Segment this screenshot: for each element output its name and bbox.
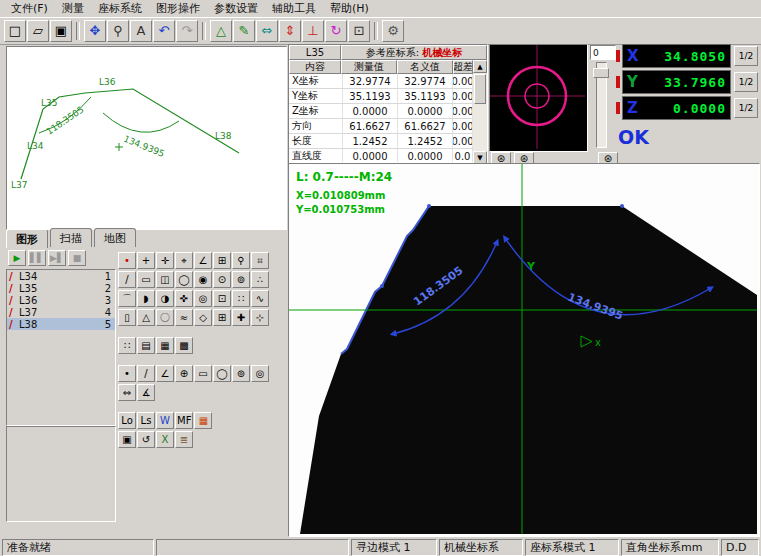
cylinder-tool-icon[interactable]: ▯	[118, 309, 136, 326]
print-report-icon[interactable]: ≣	[175, 431, 193, 448]
excel-export-icon[interactable]: X	[156, 431, 174, 448]
stop-button[interactable]: ■	[68, 250, 86, 266]
center-circle-tool-icon[interactable]: ⊙	[213, 271, 231, 288]
construct-line-icon[interactable]: /	[137, 365, 155, 382]
circle3-tool-icon[interactable]: ◉	[194, 271, 212, 288]
tab-map[interactable]: 地图	[94, 228, 136, 247]
toolbar-height-icon[interactable]: ⊥	[302, 20, 324, 42]
slot2-tool-icon[interactable]: ◇	[194, 309, 212, 326]
table-row[interactable]: 直线度0.00000.00000.0	[289, 149, 473, 162]
toolbar-pan-icon[interactable]: ✥	[84, 20, 106, 42]
toolbar-v-distance-icon[interactable]: ⇕	[279, 20, 301, 42]
menu-item-aux-tools[interactable]: 辅助工具	[265, 0, 323, 17]
construct-circle-icon[interactable]: ⊕	[175, 365, 193, 382]
run-button[interactable]: ▶	[8, 250, 26, 266]
menu-item-file[interactable]: 文件(F)	[4, 0, 55, 17]
line-tool-icon[interactable]: /	[118, 271, 136, 288]
step-button[interactable]: ▶▌	[48, 250, 66, 266]
table-row[interactable]: Y坐标35.119335.11930.00	[289, 89, 473, 104]
mf-button-icon[interactable]: MF	[175, 412, 193, 429]
measurement-view[interactable]: Y x 118.3505 134.9395 L: 0.7-----M:24 X=…	[288, 163, 760, 537]
circle-tool-icon[interactable]: ◯	[175, 271, 193, 288]
feature-row-L34[interactable]: /L341	[7, 270, 115, 282]
point-tool-icon[interactable]: •	[118, 252, 136, 269]
table-row[interactable]: 方向61.662761.66270.00	[289, 119, 473, 134]
zoom-tool-icon[interactable]: ⚲	[232, 252, 250, 269]
word-export-icon[interactable]: W	[156, 412, 174, 429]
axis-half-button[interactable]: 1/2	[734, 98, 758, 118]
angle-measure-tool-icon[interactable]: ∡	[137, 384, 155, 401]
tab-graphics[interactable]: 图形	[6, 229, 48, 248]
table-row[interactable]: 长度1.24521.24520.00	[289, 134, 473, 149]
ring-tool-icon[interactable]: ◎	[194, 290, 212, 307]
menu-item-param-settings[interactable]: 参数设置	[207, 0, 265, 17]
origin-tool-icon[interactable]: Lo	[118, 412, 136, 429]
tab-scan[interactable]: 扫描	[50, 228, 92, 247]
construct-ellipse-icon[interactable]: ◯	[213, 365, 231, 382]
pick-tool-icon[interactable]: ⌖	[175, 252, 193, 269]
rotate-view-icon[interactable]: ↺	[137, 431, 155, 448]
toolbar-save-icon[interactable]: ▣	[50, 20, 72, 42]
construct-arc-icon[interactable]: ◎	[251, 365, 269, 382]
pause-button[interactable]: ▌▌	[28, 250, 46, 266]
move-tool-icon[interactable]: +	[137, 252, 155, 269]
pattern-tool-icon[interactable]: ∷	[232, 290, 250, 307]
toolbar-h-distance-icon[interactable]: ⇔	[256, 20, 278, 42]
graphics-preview-panel[interactable]: L37 L34 L35 L36 L38 118.3505 134.9395	[6, 46, 287, 230]
sphere-tool-icon[interactable]: 〇	[156, 309, 174, 326]
toolbar-label-icon[interactable]: A	[130, 20, 152, 42]
colorbar-button-icon[interactable]: ▦	[194, 412, 212, 429]
toolbar-undo-icon[interactable]: ↶	[153, 20, 175, 42]
construct-rect-icon[interactable]: ▭	[194, 365, 212, 382]
scroll-up-icon[interactable]: ▲	[473, 60, 487, 73]
axis-half-button[interactable]: 1/2	[734, 46, 758, 66]
toolbar-settings-wrench-icon[interactable]: ⚙	[382, 20, 404, 42]
points-tool-icon[interactable]: ∴	[251, 271, 269, 288]
construct-angle-icon[interactable]: ∠	[156, 365, 174, 382]
table-scrollbar[interactable]: ▲ ▼	[473, 60, 487, 164]
distance-tool-icon[interactable]: ⇔	[118, 384, 136, 401]
axis-tool-icon[interactable]: ⊹	[251, 309, 269, 326]
table-tool-icon[interactable]: ▦	[156, 337, 174, 354]
wave-tool-icon[interactable]: ≈	[175, 309, 193, 326]
arc-tool-icon[interactable]: ⌒	[118, 290, 136, 307]
feature-row-L35[interactable]: /L352	[7, 282, 115, 294]
construct-point-icon[interactable]: •	[118, 365, 136, 382]
boxed-circle-tool-icon[interactable]: ⊡	[213, 290, 231, 307]
target-tool-icon[interactable]: ✜	[175, 290, 193, 307]
toolbar-profile-icon[interactable]: △	[210, 20, 232, 42]
camera-view[interactable]	[489, 44, 588, 152]
toolbar-zoom-icon[interactable]: ⚲	[107, 20, 129, 42]
menu-item-measure[interactable]: 测量	[55, 0, 91, 17]
feature-row-L38[interactable]: /L385	[7, 318, 115, 330]
window-tool-icon[interactable]: ⊞	[213, 252, 231, 269]
save-results-icon[interactable]: ▣	[118, 431, 136, 448]
scrollbar-thumb[interactable]	[474, 74, 486, 104]
light-slider-thumb[interactable]	[593, 68, 609, 78]
skew-tool-icon[interactable]: Ls	[137, 412, 155, 429]
construct-ring-icon[interactable]: ⊚	[232, 365, 250, 382]
angle-tool-icon[interactable]: ∠	[194, 252, 212, 269]
grid-tool-icon[interactable]: ⌗	[251, 252, 269, 269]
table-row[interactable]: Z坐标0.00000.00000.00	[289, 104, 473, 119]
rect-tool-icon[interactable]: ▭	[137, 271, 155, 288]
toolbar-rotate-icon[interactable]: ↻	[325, 20, 347, 42]
concentric-tool-icon[interactable]: ⊚	[232, 271, 250, 288]
toolbar-draw-icon[interactable]: ✎	[233, 20, 255, 42]
axis-half-button[interactable]: 1/2	[734, 72, 758, 92]
feature-row-L36[interactable]: /L363	[7, 294, 115, 306]
mesh-tool-icon[interactable]: ⊞	[213, 309, 231, 326]
layers-tool-icon[interactable]: ▤	[137, 337, 155, 354]
toolbar-new-icon[interactable]: □	[4, 20, 26, 42]
menu-item-graphic-ops[interactable]: 图形操作	[149, 0, 207, 17]
crosshair-tool-icon[interactable]: ✛	[156, 252, 174, 269]
cross-tool-icon[interactable]: ✚	[232, 309, 250, 326]
cone-tool-icon[interactable]: △	[137, 309, 155, 326]
report-tool-icon[interactable]: ▩	[175, 337, 193, 354]
toolbar-view-grid-icon[interactable]: ⊡	[348, 20, 370, 42]
spline-tool-icon[interactable]: ∿	[251, 290, 269, 307]
menu-item-help[interactable]: 帮助(H)	[323, 0, 376, 17]
array-tool-icon[interactable]: ∷	[118, 337, 136, 354]
curve-tool-icon[interactable]: ◗	[137, 290, 155, 307]
feature-row-L37[interactable]: /L374	[7, 306, 115, 318]
